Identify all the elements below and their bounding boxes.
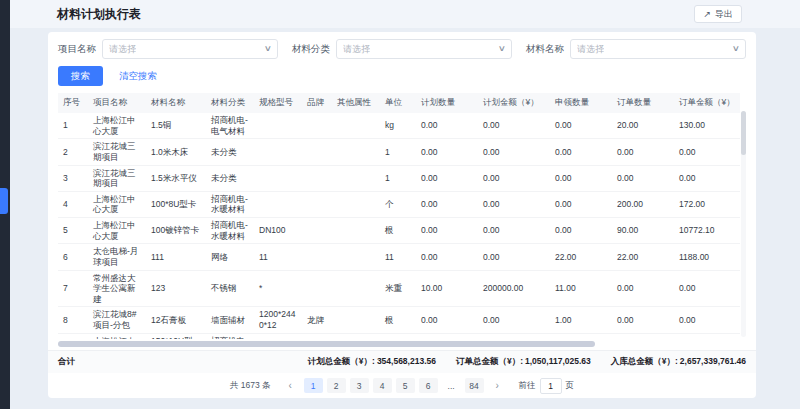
- table-cell: [332, 165, 380, 191]
- sidebar-expand-handle[interactable]: [0, 188, 8, 214]
- page-button-84[interactable]: 84: [465, 378, 484, 393]
- filter-bar: 项目名称请选择∨材料分类请选择∨材料名称请选择∨: [58, 39, 746, 59]
- clear-search-button[interactable]: 清空搜索: [111, 66, 165, 86]
- table-cell: [332, 218, 380, 244]
- table-cell: 2: [58, 139, 88, 165]
- goto-page-prefix: 前往: [519, 380, 536, 392]
- table-cell: 常州盛达大学生公寓新建: [88, 270, 146, 307]
- filter-placeholder: 请选择: [343, 43, 370, 56]
- table-cell: 0.00: [612, 270, 674, 307]
- table-cell: 12石膏板: [146, 307, 206, 333]
- table-cell: 150*10U型卡: [146, 333, 206, 339]
- table-cell: 0.00: [674, 139, 740, 165]
- filter-placeholder: 请选择: [577, 43, 604, 56]
- table-cell: 20.00: [612, 113, 674, 139]
- horizontal-scrollbar-thumb[interactable]: [58, 341, 595, 347]
- table-cell: 不锈钢: [206, 270, 254, 307]
- table-cell: 1.0米木床: [146, 139, 206, 165]
- filter-select-3[interactable]: 请选择∨: [570, 39, 746, 59]
- table-cell: 200000.00: [478, 270, 550, 307]
- table-cell: 4: [58, 191, 88, 217]
- export-button[interactable]: ↗ 导出: [694, 5, 742, 23]
- table-cell: 0.00: [416, 139, 478, 165]
- summary-item-value: 1,050,117,025.63: [525, 356, 591, 366]
- summary-item: 计划总金额（¥）:354,568,213.56: [308, 356, 436, 368]
- page-button-4[interactable]: 4: [373, 378, 392, 393]
- page-button-3[interactable]: 3: [350, 378, 369, 393]
- table-cell: 5: [58, 218, 88, 244]
- table-cell: 0.00: [550, 218, 612, 244]
- table-cell: 90.00: [612, 218, 674, 244]
- column-header: 订单金额（¥）: [674, 93, 740, 113]
- page-title: 材料计划执行表: [57, 6, 141, 23]
- filter-label: 材料名称: [526, 43, 564, 56]
- horizontal-scrollbar[interactable]: [58, 340, 746, 348]
- table-cell: 10.00: [416, 270, 478, 307]
- table-cell: 8: [58, 307, 88, 333]
- chevron-down-icon: ∨: [498, 45, 506, 53]
- table-row: 3滨江花城三期项目1.5米水平仪未分类10.000.000.000.000.00: [58, 165, 740, 191]
- table-cell: 200.00: [612, 191, 674, 217]
- table-row: 8滨江花城8#项目-分包12石膏板墙面辅材1200*2440*12龙牌根0.00…: [58, 307, 740, 333]
- page-button-1[interactable]: 1: [304, 378, 323, 393]
- table-row: 6太仓电梯-月球项目111网络11110.000.0022.0022.00118…: [58, 244, 740, 270]
- table-cell: 0.00: [478, 165, 550, 191]
- table-cell: 1: [380, 139, 416, 165]
- filter-placeholder: 请选择: [109, 43, 136, 56]
- table-cell: 0.00: [416, 307, 478, 333]
- summary-items: 计划总金额（¥）:354,568,213.56订单总金额（¥）:1,050,11…: [308, 356, 746, 368]
- goto-page-input[interactable]: [540, 378, 562, 394]
- column-header: 材料分类: [206, 93, 254, 113]
- search-button[interactable]: 搜索: [58, 66, 103, 86]
- table-cell: [254, 165, 302, 191]
- table-cell: 招商机电-水暖材料: [206, 218, 254, 244]
- table-cell: 1: [58, 113, 88, 139]
- table-cell: [254, 333, 302, 339]
- table-cell: 0.00: [416, 244, 478, 270]
- collapsed-sidebar[interactable]: [0, 0, 10, 409]
- table-cell: 上海松江中心大厦: [88, 218, 146, 244]
- column-header: 序号: [58, 93, 88, 113]
- table-cell: [332, 270, 380, 307]
- table-cell: [302, 333, 332, 339]
- content-card: 项目名称请选择∨材料分类请选择∨材料名称请选择∨ 搜索 清空搜索 序号项目名称材…: [48, 32, 756, 398]
- table-cell: 滨江花城三期项目: [88, 139, 146, 165]
- table-cell: 上海松江中心大厦: [88, 113, 146, 139]
- table-cell: 0.00: [550, 113, 612, 139]
- table-cell: 0.00: [550, 165, 612, 191]
- summary-item-label: 计划总金额（¥）:: [308, 356, 375, 366]
- filter-select-1[interactable]: 请选择∨: [102, 39, 278, 59]
- export-button-label: 导出: [715, 8, 733, 21]
- column-header: 规格型号: [254, 93, 302, 113]
- table-cell: 滨江花城8#项目-分包: [88, 307, 146, 333]
- table-cell: [332, 307, 380, 333]
- vertical-scrollbar-thumb[interactable]: [741, 111, 746, 155]
- page-button-6[interactable]: 6: [419, 378, 438, 393]
- vertical-scrollbar[interactable]: [741, 111, 746, 337]
- summary-item-label: 订单总金额（¥）:: [456, 356, 523, 366]
- table-cell: [332, 191, 380, 217]
- table-cell: [302, 165, 332, 191]
- table-cell: 招商机电-电气材料: [206, 113, 254, 139]
- pagination: 共 1673 条 ‹ 123456...84 › 前往 页: [58, 373, 746, 398]
- table-cell: 0.00: [550, 333, 612, 339]
- table-cell: 123: [146, 270, 206, 307]
- next-page-button[interactable]: ›: [488, 378, 507, 393]
- table-body: 1上海松江中心大厦1.5铜招商机电-电气材料kg0.000.000.0020.0…: [58, 113, 740, 339]
- filter-select-2[interactable]: 请选择∨: [336, 39, 512, 59]
- prev-page-button[interactable]: ‹: [281, 378, 300, 393]
- page-button-5[interactable]: 5: [396, 378, 415, 393]
- table-cell: [332, 244, 380, 270]
- table-row: 2滨江花城三期项目1.0米木床未分类10.000.000.000.000.00: [58, 139, 740, 165]
- table-cell: 1: [380, 165, 416, 191]
- filter-group-3: 材料名称请选择∨: [526, 39, 746, 59]
- page-number-list: 123456...84: [304, 378, 484, 393]
- table-cell: 0.00: [478, 191, 550, 217]
- table-cell: 未分类: [206, 165, 254, 191]
- table-cell: 0.00: [416, 191, 478, 217]
- table-cell: 0.00: [416, 113, 478, 139]
- page-button-2[interactable]: 2: [327, 378, 346, 393]
- summary-item-label: 入库总金额（¥）:: [611, 356, 678, 366]
- summary-item-value: 2,657,339,761.46: [680, 356, 746, 366]
- table-row: 5上海松江中心大厦100镀锌管卡招商机电-水暖材料DN100根0.000.000…: [58, 218, 740, 244]
